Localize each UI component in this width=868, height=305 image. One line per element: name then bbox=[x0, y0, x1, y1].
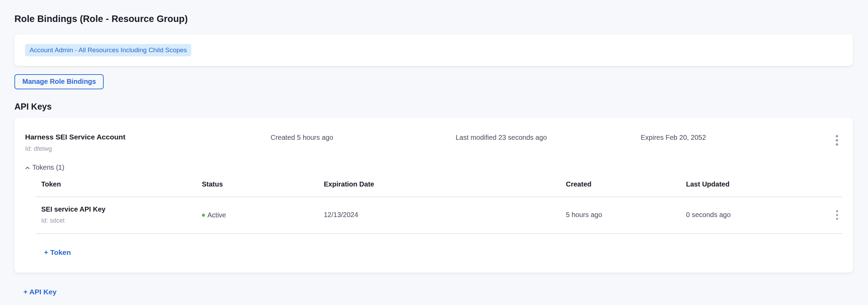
token-last-updated: 0 seconds ago bbox=[686, 211, 828, 219]
column-header-expiration-date: Expiration Date bbox=[324, 180, 566, 188]
token-table-row: SEI service API Key Id: sdcet Active 12/… bbox=[35, 197, 842, 234]
column-header-status: Status bbox=[202, 180, 324, 188]
token-name: SEI service API Key bbox=[41, 205, 202, 213]
token-identity: SEI service API Key Id: sdcet bbox=[41, 205, 202, 224]
token-status-cell: Active bbox=[202, 211, 324, 219]
token-id: Id: sdcet bbox=[41, 217, 202, 224]
tokens-toggle-label: Tokens (1) bbox=[32, 163, 64, 171]
token-actions-cell bbox=[833, 208, 842, 222]
role-bindings-title: Role Bindings (Role - Resource Group) bbox=[14, 14, 853, 24]
api-key-menu-button[interactable] bbox=[832, 133, 842, 148]
api-key-expires: Expires Feb 20, 2052 bbox=[641, 133, 832, 142]
token-status: Active bbox=[207, 211, 226, 219]
role-binding-tag: Account Admin - All Resources Including … bbox=[25, 44, 191, 56]
role-bindings-card: Account Admin - All Resources Including … bbox=[14, 34, 853, 66]
api-key-header: Harness SEI Service Account Id: dfetwg C… bbox=[25, 133, 842, 152]
api-key-created: Created 5 hours ago bbox=[271, 133, 456, 142]
service-account-detail-page: Role Bindings (Role - Resource Group) Ac… bbox=[0, 0, 868, 296]
status-active-dot-icon bbox=[202, 214, 205, 217]
token-menu-button[interactable] bbox=[833, 208, 842, 222]
api-key-identity: Harness SEI Service Account Id: dfetwg bbox=[25, 133, 271, 152]
tokens-table-header-row: Token Status Expiration Date Created Las… bbox=[35, 177, 842, 197]
column-header-token: Token bbox=[41, 180, 202, 188]
chevron-up-icon bbox=[25, 166, 30, 170]
tokens-collapse-toggle[interactable]: Tokens (1) bbox=[25, 163, 64, 171]
token-created: 5 hours ago bbox=[566, 211, 686, 219]
api-keys-title: API Keys bbox=[14, 102, 853, 112]
api-key-name: Harness SEI Service Account bbox=[25, 133, 271, 141]
manage-role-bindings-button[interactable]: Manage Role Bindings bbox=[14, 74, 104, 89]
token-expiration-date: 12/13/2024 bbox=[324, 211, 566, 219]
api-key-card: Harness SEI Service Account Id: dfetwg C… bbox=[14, 118, 853, 273]
tokens-table: Token Status Expiration Date Created Las… bbox=[35, 177, 842, 234]
api-key-id: Id: dfetwg bbox=[25, 145, 271, 152]
column-header-created: Created bbox=[566, 180, 686, 188]
api-key-last-modified: Last modified 23 seconds ago bbox=[456, 133, 641, 142]
add-token-button[interactable]: + Token bbox=[44, 248, 71, 257]
column-header-last-updated: Last Updated bbox=[686, 180, 828, 188]
add-api-key-button[interactable]: + API Key bbox=[23, 288, 57, 296]
